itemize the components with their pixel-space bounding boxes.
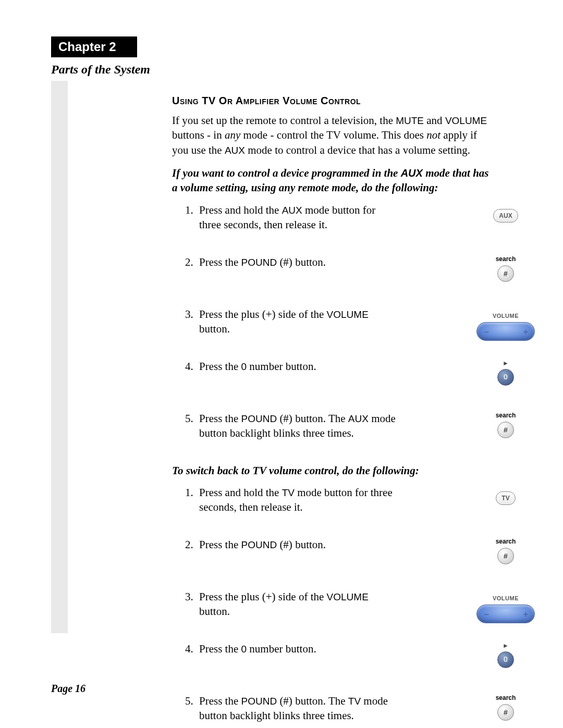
step-icon: ►0 <box>474 359 537 386</box>
step-text: Press the plus (+) side of the VOLUME bu… <box>199 307 397 337</box>
zero-button: 0 <box>497 651 514 668</box>
search-label: search <box>474 255 537 263</box>
step-icon: ►0 <box>474 641 537 668</box>
step-text: Press and hold the AUX mode button for t… <box>199 203 397 232</box>
step-item: Press the plus (+) side of the VOLUME bu… <box>196 307 495 338</box>
volume-label: VOLUME <box>476 312 535 320</box>
volume-label: VOLUME <box>476 595 535 602</box>
left-margin-bar <box>51 81 68 633</box>
subheading-aux: If you want to control a device programm… <box>172 166 495 195</box>
play-arrow-icon: ► <box>497 641 514 650</box>
search-label: search <box>474 411 537 419</box>
step-icon: TV <box>474 489 537 505</box>
step-text: Press the POUND (#) button. The TV mode … <box>199 694 397 723</box>
heading: Using TV Or Amplifier Volume Control <box>172 94 495 108</box>
search-label: search <box>474 694 537 702</box>
volume-rocker <box>476 604 535 623</box>
intro-paragraph: If you set up the remote to control a te… <box>172 113 495 157</box>
text: mode - control the TV volume. This does <box>240 129 426 141</box>
step-text: Press the POUND (#) button. <box>199 255 397 269</box>
emph-any: any <box>225 129 240 141</box>
step-text: Press the 0 number button. <box>199 359 397 374</box>
section-title: Parts of the System <box>51 63 150 77</box>
step-icon: search# <box>474 411 537 438</box>
pound-button-icon: # <box>497 548 514 564</box>
volume-rocker <box>476 322 535 341</box>
step-icon: AUX <box>474 207 537 223</box>
tv-button-icon: TV <box>496 491 515 505</box>
step-item: Press the 0 number button.►0 <box>196 359 495 390</box>
subheading-tv: To switch back to TV volume control, do … <box>172 463 495 478</box>
step-icon: search# <box>474 255 537 282</box>
step-icon: VOLUME <box>474 307 537 341</box>
keyword-mute: MUTE <box>396 115 424 126</box>
aux-button-icon: AUX <box>493 209 518 223</box>
pound-button-icon: # <box>497 422 514 438</box>
zero-button-icon: ►0 <box>497 359 514 386</box>
volume-rocker-icon: VOLUME <box>476 595 535 623</box>
step-text: Press the POUND (#) button. The AUX mode… <box>199 411 397 441</box>
step-text: Press the POUND (#) button. <box>199 537 397 552</box>
step-item: Press the POUND (#) button.search# <box>196 537 495 569</box>
step-item: Press the POUND (#) button.search# <box>196 255 495 286</box>
step-text: Press the plus (+) side of the VOLUME bu… <box>199 589 397 619</box>
step-item: Press the POUND (#) button. The AUX mode… <box>196 411 495 442</box>
content-area: Using TV Or Amplifier Volume Control If … <box>172 94 495 728</box>
step-item: Press and hold the AUX mode button for t… <box>196 203 495 234</box>
play-arrow-icon: ► <box>497 359 514 367</box>
keyword-aux: AUX <box>225 145 245 156</box>
pound-button-icon: # <box>497 265 514 282</box>
step-item: Press and hold the TV mode button for th… <box>196 485 495 516</box>
page-number: Page 16 <box>51 683 85 695</box>
pound-button-icon: # <box>497 704 514 721</box>
text: and <box>424 114 445 127</box>
volume-rocker-icon: VOLUME <box>476 312 535 341</box>
keyword-aux: AUX <box>401 167 423 179</box>
step-text: Press the 0 number button. <box>199 641 397 656</box>
zero-button-icon: ►0 <box>497 641 514 668</box>
keyword-volume: VOLUME <box>445 115 487 126</box>
text: buttons - in <box>172 129 225 141</box>
text: If you set up the remote to control a te… <box>172 114 396 127</box>
emph-not: not <box>426 129 440 141</box>
step-icon: search# <box>474 537 537 564</box>
step-item: Press the POUND (#) button. The TV mode … <box>196 694 495 725</box>
zero-button: 0 <box>497 369 514 386</box>
steps-list-2: Press and hold the TV mode button for th… <box>172 485 495 725</box>
step-icon: VOLUME <box>474 589 537 623</box>
search-label: search <box>474 537 537 546</box>
step-item: Press the 0 number button.►0 <box>196 641 495 673</box>
step-text: Press and hold the TV mode button for th… <box>199 485 397 515</box>
text: If you want to control a device programm… <box>172 167 401 179</box>
step-icon: search# <box>474 694 537 721</box>
chapter-label: Chapter 2 <box>51 36 137 57</box>
text: mode to control a device that has a volu… <box>245 144 470 156</box>
steps-list-1: Press and hold the AUX mode button for t… <box>172 203 495 442</box>
step-item: Press the plus (+) side of the VOLUME bu… <box>196 589 495 621</box>
